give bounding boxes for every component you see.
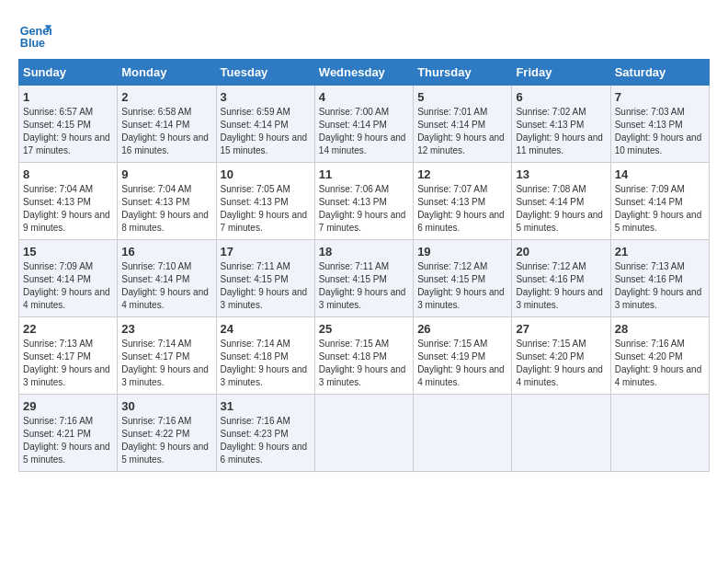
day-info: Sunrise: 7:13 AM Sunset: 4:17 PM Dayligh… [23,338,113,389]
day-info: Sunrise: 7:01 AM Sunset: 4:14 PM Dayligh… [417,106,507,157]
day-number: 7 [615,90,705,104]
calendar-body: 1 Sunrise: 6:57 AM Sunset: 4:15 PM Dayli… [19,86,710,472]
svg-text:Blue: Blue [20,37,45,50]
calendar-cell: 16 Sunrise: 7:10 AM Sunset: 4:14 PM Dayl… [118,240,216,317]
day-info: Sunrise: 6:57 AM Sunset: 4:15 PM Dayligh… [23,106,113,157]
day-number: 10 [221,167,311,181]
day-number: 14 [615,167,705,181]
day-info: Sunrise: 7:06 AM Sunset: 4:13 PM Dayligh… [319,183,409,235]
day-number: 2 [121,90,211,104]
calendar-cell [512,395,610,472]
calendar-cell: 13 Sunrise: 7:08 AM Sunset: 4:14 PM Dayl… [512,163,610,240]
week-row-1: 1 Sunrise: 6:57 AM Sunset: 4:15 PM Dayli… [19,86,710,163]
week-row-3: 15 Sunrise: 7:09 AM Sunset: 4:14 PM Dayl… [19,240,710,317]
day-number: 11 [319,167,409,181]
calendar-header: SundayMondayTuesdayWednesdayThursdayFrid… [19,60,710,86]
day-info: Sunrise: 7:07 AM Sunset: 4:13 PM Dayligh… [417,183,507,235]
day-info: Sunrise: 7:12 AM Sunset: 4:16 PM Dayligh… [516,260,606,312]
calendar-cell: 23 Sunrise: 7:14 AM Sunset: 4:17 PM Dayl… [118,317,216,395]
header-monday: Monday [118,60,216,86]
day-number: 27 [516,322,606,336]
day-info: Sunrise: 7:13 AM Sunset: 4:16 PM Dayligh… [615,260,705,312]
header-row: SundayMondayTuesdayWednesdayThursdayFrid… [19,60,710,86]
day-number: 31 [221,399,311,413]
header-wednesday: Wednesday [314,60,413,86]
calendar-cell: 26 Sunrise: 7:15 AM Sunset: 4:19 PM Dayl… [414,317,512,395]
calendar-cell: 1 Sunrise: 6:57 AM Sunset: 4:15 PM Dayli… [19,86,118,163]
calendar-table: SundayMondayTuesdayWednesdayThursdayFrid… [18,59,710,472]
day-info: Sunrise: 6:59 AM Sunset: 4:14 PM Dayligh… [221,106,311,157]
calendar-cell: 27 Sunrise: 7:15 AM Sunset: 4:20 PM Dayl… [512,317,610,395]
calendar-cell [414,395,512,472]
week-row-5: 29 Sunrise: 7:16 AM Sunset: 4:21 PM Dayl… [19,395,710,472]
header-thursday: Thursday [414,60,512,86]
calendar-cell: 24 Sunrise: 7:14 AM Sunset: 4:18 PM Dayl… [216,317,314,395]
calendar-cell: 21 Sunrise: 7:13 AM Sunset: 4:16 PM Dayl… [610,240,709,317]
day-info: Sunrise: 7:04 AM Sunset: 4:13 PM Dayligh… [121,183,211,235]
day-number: 5 [417,90,507,104]
calendar-cell: 31 Sunrise: 7:16 AM Sunset: 4:23 PM Dayl… [216,395,314,472]
calendar-cell: 2 Sunrise: 6:58 AM Sunset: 4:14 PM Dayli… [118,86,216,163]
calendar-cell: 25 Sunrise: 7:15 AM Sunset: 4:18 PM Dayl… [314,317,413,395]
day-number: 6 [516,90,606,104]
day-info: Sunrise: 7:11 AM Sunset: 4:15 PM Dayligh… [319,260,409,312]
day-number: 24 [221,322,311,336]
day-info: Sunrise: 6:58 AM Sunset: 4:14 PM Dayligh… [121,106,211,157]
calendar-cell [610,395,709,472]
day-number: 29 [23,399,113,413]
day-number: 18 [319,245,409,259]
day-number: 15 [23,245,113,259]
calendar-cell: 29 Sunrise: 7:16 AM Sunset: 4:21 PM Dayl… [19,395,118,472]
day-info: Sunrise: 7:15 AM Sunset: 4:20 PM Dayligh… [516,338,606,389]
header-tuesday: Tuesday [216,60,314,86]
day-number: 4 [319,90,409,104]
calendar-cell: 20 Sunrise: 7:12 AM Sunset: 4:16 PM Dayl… [512,240,610,317]
day-number: 20 [516,245,606,259]
day-number: 16 [121,245,211,259]
day-info: Sunrise: 7:08 AM Sunset: 4:14 PM Dayligh… [516,183,606,235]
day-info: Sunrise: 7:11 AM Sunset: 4:15 PM Dayligh… [221,260,311,312]
day-number: 19 [417,245,507,259]
calendar-cell: 10 Sunrise: 7:05 AM Sunset: 4:13 PM Dayl… [216,163,314,240]
day-info: Sunrise: 7:00 AM Sunset: 4:14 PM Dayligh… [319,106,409,157]
header-friday: Friday [512,60,610,86]
week-row-4: 22 Sunrise: 7:13 AM Sunset: 4:17 PM Dayl… [19,317,710,395]
day-info: Sunrise: 7:09 AM Sunset: 4:14 PM Dayligh… [615,183,705,235]
header-sunday: Sunday [19,60,118,86]
calendar-cell [314,395,413,472]
calendar-cell: 8 Sunrise: 7:04 AM Sunset: 4:13 PM Dayli… [19,163,118,240]
calendar-cell: 14 Sunrise: 7:09 AM Sunset: 4:14 PM Dayl… [610,163,709,240]
day-number: 9 [121,167,211,181]
header-saturday: Saturday [610,60,709,86]
day-number: 26 [417,322,507,336]
logo-icon: General Blue [18,18,51,52]
day-info: Sunrise: 7:16 AM Sunset: 4:23 PM Dayligh… [221,415,311,466]
day-info: Sunrise: 7:14 AM Sunset: 4:17 PM Dayligh… [121,338,211,389]
calendar-cell: 11 Sunrise: 7:06 AM Sunset: 4:13 PM Dayl… [314,163,413,240]
day-info: Sunrise: 7:16 AM Sunset: 4:22 PM Dayligh… [121,415,211,466]
day-info: Sunrise: 7:09 AM Sunset: 4:14 PM Dayligh… [23,260,113,312]
calendar-cell: 28 Sunrise: 7:16 AM Sunset: 4:20 PM Dayl… [610,317,709,395]
calendar-cell: 9 Sunrise: 7:04 AM Sunset: 4:13 PM Dayli… [118,163,216,240]
calendar-cell: 4 Sunrise: 7:00 AM Sunset: 4:14 PM Dayli… [314,86,413,163]
day-info: Sunrise: 7:05 AM Sunset: 4:13 PM Dayligh… [221,183,311,235]
day-info: Sunrise: 7:04 AM Sunset: 4:13 PM Dayligh… [23,183,113,235]
day-number: 3 [221,90,311,104]
calendar-cell: 30 Sunrise: 7:16 AM Sunset: 4:22 PM Dayl… [118,395,216,472]
calendar-cell: 6 Sunrise: 7:02 AM Sunset: 4:13 PM Dayli… [512,86,610,163]
day-info: Sunrise: 7:12 AM Sunset: 4:15 PM Dayligh… [417,260,507,312]
day-number: 22 [23,322,113,336]
calendar-cell: 7 Sunrise: 7:03 AM Sunset: 4:13 PM Dayli… [610,86,709,163]
day-number: 25 [319,322,409,336]
calendar-cell: 12 Sunrise: 7:07 AM Sunset: 4:13 PM Dayl… [414,163,512,240]
calendar-cell: 18 Sunrise: 7:11 AM Sunset: 4:15 PM Dayl… [314,240,413,317]
calendar-cell: 15 Sunrise: 7:09 AM Sunset: 4:14 PM Dayl… [19,240,118,317]
day-info: Sunrise: 7:16 AM Sunset: 4:20 PM Dayligh… [615,338,705,389]
header: General Blue [18,18,710,52]
day-number: 12 [417,167,507,181]
calendar-cell: 19 Sunrise: 7:12 AM Sunset: 4:15 PM Dayl… [414,240,512,317]
week-row-2: 8 Sunrise: 7:04 AM Sunset: 4:13 PM Dayli… [19,163,710,240]
day-number: 1 [23,90,113,104]
day-number: 21 [615,245,705,259]
day-info: Sunrise: 7:10 AM Sunset: 4:14 PM Dayligh… [121,260,211,312]
